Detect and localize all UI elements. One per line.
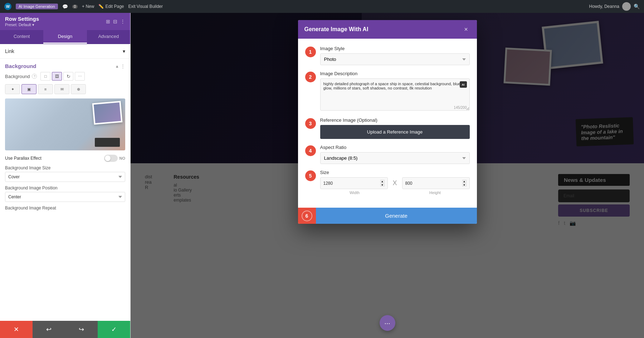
- sidebar-bottom: ✕ ↩ ↪ ✓: [0, 321, 130, 338]
- bg-type-icons: ✦ ▣ ≡ ✉ ⊕: [5, 84, 125, 94]
- step-4-badge: 4: [305, 145, 316, 156]
- main-content: Unlock Limitless "Photo Reslistic Image …: [131, 13, 644, 338]
- cancel-button[interactable]: ✕: [0, 321, 33, 338]
- more-options-icon[interactable]: ⋮: [120, 19, 125, 24]
- ai-badge-label: AI Image Generation: [19, 4, 55, 9]
- x-spacer: [389, 190, 401, 195]
- link-chevron-icon: ▾: [123, 48, 125, 54]
- bg-type-color[interactable]: ▣: [21, 84, 36, 94]
- step-6-badge: 6: [302, 211, 312, 221]
- modal-close-button[interactable]: ×: [462, 25, 470, 34]
- columns-icon[interactable]: ⊟: [113, 19, 117, 24]
- bg-none-icon[interactable]: □: [40, 72, 50, 81]
- bg-type-mask[interactable]: ⊕: [71, 84, 86, 94]
- aspect-ratio-field: 4 Aspect Ratio Landscape (8:5) Portrait …: [305, 145, 470, 164]
- new-link[interactable]: + New: [82, 4, 94, 9]
- bg-label-row: Background ? □ 🖼 ↻ ⋯: [5, 72, 125, 81]
- upload-reference-button[interactable]: Upload a Reference Image: [320, 125, 470, 139]
- tab-content[interactable]: Content: [0, 30, 43, 44]
- step-1-badge: 1: [305, 47, 316, 57]
- tablet-view-icon[interactable]: ⊞: [106, 19, 110, 24]
- background-section: Background ▴ ⋮ Background ? □ 🖼 ↻ ⋯: [0, 59, 130, 218]
- width-wrap: 1280 ▲ ▼: [320, 177, 388, 189]
- width-up-button[interactable]: ▲: [380, 180, 385, 183]
- tab-design[interactable]: Design: [43, 30, 87, 44]
- description-textarea[interactable]: highly detailed photograph of a space sh…: [320, 78, 470, 111]
- toggle-knob: [105, 155, 111, 161]
- sidebar-preset[interactable]: Preset: Default ▾: [5, 23, 39, 27]
- top-bar-left: W AI Image Generation 💬 0 + New ✏️ Edit …: [4, 3, 163, 10]
- bg-position-select[interactable]: Center: [5, 192, 125, 202]
- separator: 💬: [62, 4, 68, 9]
- aspect-content: Aspect Ratio Landscape (8:5) Portrait (5…: [320, 145, 470, 164]
- fab-button[interactable]: ···: [380, 315, 395, 331]
- reference-label: Reference Image (Optional): [320, 117, 470, 123]
- background-options-icon[interactable]: ⋮: [121, 63, 125, 69]
- ai-image-generation-link[interactable]: AI Image Generation: [16, 4, 58, 9]
- bg-help-icon[interactable]: ?: [32, 74, 37, 79]
- modal-overlay: Generate Image With AI × 1 Image Style P…: [131, 13, 644, 338]
- comment-count[interactable]: 0: [72, 5, 78, 9]
- parallax-toggle-row: Use Parallax Effect NO: [5, 155, 125, 162]
- step-3-badge: 3: [305, 118, 316, 129]
- height-wrap: 800 ▲ ▼: [402, 177, 470, 189]
- top-bar: W AI Image Generation 💬 0 + New ✏️ Edit …: [0, 0, 644, 13]
- width-input-container: 1280 ▲ ▼: [320, 177, 388, 189]
- height-up-button[interactable]: ▲: [462, 180, 467, 183]
- sidebar-tabs: Content Design Advanced: [0, 30, 130, 44]
- edit-icon: ✏️: [98, 4, 104, 9]
- bg-size-field: Background Image Size Cover: [5, 165, 125, 182]
- generate-row: 6 Generate: [298, 208, 477, 224]
- main-layout: Row Settings Preset: Default ▾ ⊞ ⊟ ⋮ Con…: [0, 13, 644, 338]
- generate-button[interactable]: Generate: [316, 208, 477, 224]
- sidebar-header-icons: ⊞ ⊟ ⋮: [106, 19, 125, 24]
- parallax-switch[interactable]: [104, 155, 118, 162]
- width-stepper[interactable]: ▲ ▼: [380, 180, 385, 187]
- undo-icon: ↩: [46, 325, 52, 333]
- bg-type-none[interactable]: ✦: [5, 84, 20, 94]
- save-button[interactable]: ✓: [98, 321, 130, 338]
- modal-header: Generate Image With AI ×: [298, 20, 477, 39]
- top-bar-right: Howdy, Deanna 🔍: [589, 2, 640, 11]
- bg-position-field: Background Image Position Center: [5, 185, 125, 202]
- height-stepper[interactable]: ▲ ▼: [462, 180, 467, 187]
- bg-image-icon[interactable]: 🖼: [52, 72, 62, 81]
- edit-page-link[interactable]: ✏️ Edit Page: [98, 4, 124, 9]
- parallax-value: NO: [119, 156, 126, 160]
- redo-button[interactable]: ↪: [65, 321, 98, 338]
- bg-type-gradient[interactable]: ≡: [38, 84, 53, 94]
- exit-visual-builder-link[interactable]: Exit Visual Builder: [128, 4, 163, 9]
- image-description-field: 2 Image Description highly detailed phot…: [305, 71, 470, 112]
- aspect-select[interactable]: Landscape (8:5) Portrait (5:8) Square (1…: [320, 152, 470, 164]
- cancel-icon: ✕: [14, 325, 19, 333]
- width-down-button[interactable]: ▼: [380, 183, 385, 187]
- sidebar-header-text: Row Settings Preset: Default ▾: [5, 16, 39, 27]
- height-down-button[interactable]: ▼: [462, 183, 467, 187]
- bg-gradient-icon[interactable]: ↻: [63, 72, 73, 81]
- ai-generate-modal: Generate Image With AI × 1 Image Style P…: [298, 20, 477, 224]
- size-content: Size 1280 ▲ ▼: [320, 170, 470, 195]
- reference-image-field: 3 Reference Image (Optional) Upload a Re…: [305, 117, 470, 139]
- reference-content: Reference Image (Optional) Upload a Refe…: [320, 117, 470, 139]
- sidebar-title: Row Settings: [5, 16, 39, 22]
- bg-repeat-field: Background Image Repeat: [5, 206, 125, 211]
- step-6-container: 6: [298, 208, 316, 224]
- undo-button[interactable]: ↩: [33, 321, 65, 338]
- search-icon[interactable]: 🔍: [634, 4, 640, 9]
- sidebar-header: Row Settings Preset: Default ▾ ⊞ ⊟ ⋮: [0, 13, 130, 30]
- ai-icon: AI: [460, 81, 467, 88]
- tab-advanced[interactable]: Advanced: [87, 30, 130, 44]
- bg-more-icon[interactable]: ⋯: [75, 72, 85, 81]
- size-label: Size: [320, 170, 470, 175]
- bg-position-label: Background Image Position: [5, 185, 125, 190]
- parallax-toggle[interactable]: NO: [104, 155, 126, 162]
- description-wrapper: highly detailed photograph of a space sh…: [320, 78, 470, 112]
- collapse-icon[interactable]: ▴: [116, 63, 118, 69]
- height-input-container: 800 ▲ ▼: [402, 177, 470, 189]
- bg-size-select[interactable]: Cover: [5, 172, 125, 182]
- bg-type-pattern[interactable]: ✉: [54, 84, 69, 94]
- description-label: Image Description: [320, 71, 470, 76]
- link-toggle[interactable]: Link ▾: [5, 48, 125, 54]
- image-style-select[interactable]: Photo Art Illustration Watercolor Sketch: [320, 53, 470, 65]
- modal-body: 1 Image Style Photo Art Illustration Wat…: [298, 39, 477, 208]
